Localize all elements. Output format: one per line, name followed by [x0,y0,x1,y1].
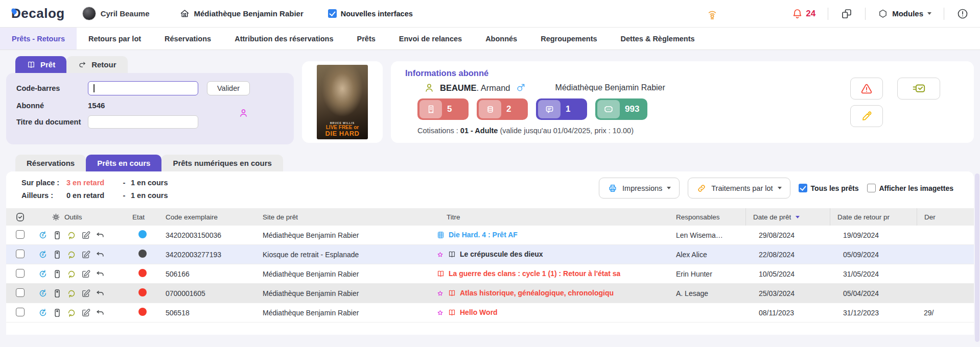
rotate-icon[interactable] [66,308,77,318]
barcode-input[interactable] [88,81,198,95]
undo-icon[interactable] [95,250,105,260]
title-link[interactable]: Die Hard. 4 : Prêt AF [449,231,518,239]
tab-prets-en-cours[interactable]: Prêts en cours [86,155,161,171]
undo-icon[interactable] [95,308,105,318]
modules-menu[interactable]: Modules [878,9,931,19]
tab-retour[interactable]: Retour [66,56,127,73]
notification-count: 24 [806,9,815,19]
loan-date: 25/03/2024 [745,289,830,298]
header-site[interactable]: Site de prêt [263,208,436,226]
tab-pret[interactable]: Prêt [15,56,66,73]
library-selector[interactable]: Médiathèque Benjamin Rabier [179,8,304,19]
code-exemplaire: 34202003277193 [166,251,263,259]
tag-icon[interactable] [52,288,62,299]
nav-envoi-relances[interactable]: Envoi de relances [387,28,474,49]
row-checkbox[interactable] [16,308,25,316]
loans-count-badge[interactable]: 5 [417,98,469,120]
cover-image[interactable]: BRUCE WILLIS LIVE FREE or DIE HARD [317,65,368,139]
row-checkbox[interactable] [16,288,25,297]
tag-icon[interactable] [52,250,62,260]
all-loans-toggle[interactable]: Tous les prêts [799,184,859,192]
send-message-button[interactable] [897,78,940,100]
alerts-button[interactable] [850,78,883,100]
header-outils[interactable]: Outils [38,208,132,226]
undo-icon[interactable] [95,269,105,279]
nav-attribution-reservations[interactable]: Attribution des réservations [223,28,345,49]
new-interfaces-toggle[interactable]: Nouvelles interfaces [328,9,413,18]
thumbnails-toggle[interactable]: Afficher les imagettes [867,184,954,192]
header-date-retour[interactable]: Date de retour pr [830,208,917,226]
impressions-button[interactable]: Impressions [599,178,680,199]
rotate-icon[interactable] [66,250,77,260]
subscriber-info-card: Informations abonné BEAUME. Armand Média… [391,61,974,143]
rotate-icon[interactable] [66,269,77,279]
renew-loan-icon[interactable] [38,308,48,318]
header-titre[interactable]: Titre [436,208,669,226]
title-link[interactable]: La guerre des clans : cycle 1 (1) : Reto… [449,269,620,278]
site-de-pret: Médiathèque Benjamin Rabier [263,231,436,239]
divider [828,8,828,20]
tab-prets-numeriques[interactable]: Prêts numériques en cours [161,155,283,171]
debts-count-badge[interactable]: 2 [477,98,528,120]
renew-loan-icon[interactable] [38,230,48,240]
nav-prets[interactable]: Prêts [345,28,387,49]
nav-prets-retours[interactable]: Prêts - Retours [0,28,77,49]
tag-icon[interactable] [52,269,62,279]
header-responsables[interactable]: Responsables [669,208,745,226]
nav-reservations[interactable]: Réservations [153,28,223,49]
new-interfaces-checkbox[interactable] [328,9,337,18]
rfid-icon[interactable] [706,7,719,20]
responsible: Alex Alice [669,251,745,259]
undo-icon[interactable] [95,230,105,240]
edit-icon[interactable] [81,288,91,299]
tag-icon[interactable] [52,308,62,318]
printer-icon [608,183,618,193]
row-checkbox[interactable] [16,269,25,278]
messages-count-badge[interactable]: 1 [536,98,587,120]
status-dot [138,230,147,238]
pages-icon[interactable] [841,8,853,20]
edit-icon[interactable] [81,269,91,279]
select-all-icon[interactable] [15,212,26,222]
edit-icon[interactable] [81,230,91,240]
edit-subscriber-button[interactable] [850,105,883,127]
undo-icon[interactable] [95,288,105,299]
batch-actions-button[interactable]: Traitements par lot [688,178,790,199]
subscriber-link-icon[interactable] [238,108,249,118]
star-icon [436,289,444,298]
nav-retours-par-lot[interactable]: Retours par lot [77,28,153,49]
tag-icon[interactable] [52,230,62,240]
library-name: Médiathèque Benjamin Rabier [194,9,304,18]
nav-dettes-reglements[interactable]: Dettes & Règlements [609,28,707,49]
title-link[interactable]: Atlas historique, généalogique, chronolo… [460,289,614,297]
edit-icon[interactable] [81,308,91,318]
header-date-pret[interactable]: Date de prêt [745,208,830,226]
return-date: 05/09/2024 [830,251,917,259]
doc-title-input[interactable] [88,115,198,129]
user-menu[interactable]: Cyril Beaume [82,7,150,20]
header-code[interactable]: Code exemplaire [166,208,263,226]
nav-regroupements[interactable]: Regroupements [529,28,609,49]
all-loans-checkbox[interactable] [799,184,807,192]
tab-reservations[interactable]: Réservations [15,155,86,171]
header-der[interactable]: Der [917,208,974,226]
tickets-count-badge[interactable]: 993 [595,98,647,120]
renew-loan-icon[interactable] [38,269,48,279]
row-checkbox[interactable] [16,230,25,239]
validate-button[interactable]: Valider [207,81,250,95]
nav-abonnes[interactable]: Abonnés [474,28,529,49]
rotate-icon[interactable] [66,230,77,240]
row-checkbox[interactable] [16,250,25,258]
renew-loan-icon[interactable] [38,288,48,299]
title-link[interactable]: Hello Word [460,308,498,316]
der-cell: 29/ [917,309,974,317]
notifications-button[interactable]: 24 [791,8,815,19]
header-etat[interactable]: Etat [132,208,166,226]
rotate-icon[interactable] [66,288,77,299]
renew-loan-icon[interactable] [38,250,48,260]
edit-icon[interactable] [81,250,91,260]
title-link[interactable]: Le crépuscule des dieux [460,250,543,258]
help-icon[interactable] [956,8,969,20]
vertical-scrollbar[interactable] [975,174,979,342]
thumbnails-checkbox[interactable] [867,184,876,192]
